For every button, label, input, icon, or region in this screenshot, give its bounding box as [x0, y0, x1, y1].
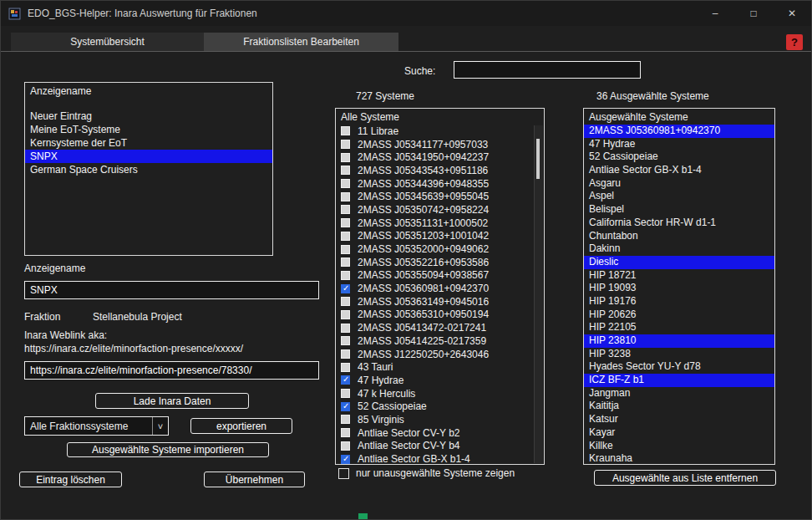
- systems-scrollbar-thumb[interactable]: [536, 139, 540, 179]
- selected-system-item[interactable]: Dakinn: [584, 242, 774, 256]
- selected-system-item[interactable]: Katsur: [584, 413, 774, 426]
- system-list-item[interactable]: 47 k Herculis: [336, 387, 544, 400]
- delete-entry-button[interactable]: Eintrag löschen: [19, 472, 122, 487]
- filter-unselected-row[interactable]: nur unausgewählte Systeme zeigen: [338, 467, 515, 479]
- system-list-item[interactable]: 2MASS J05352216+0953586: [336, 256, 544, 269]
- system-list-item[interactable]: 2MASS J05360981+0942370: [336, 282, 544, 295]
- selected-system-item[interactable]: HIP 20626: [584, 308, 774, 322]
- system-checkbox[interactable]: [341, 455, 350, 464]
- system-list-item[interactable]: 2MASS J05344396+0948355: [336, 177, 544, 191]
- faction-list-item[interactable]: Neuer Eintrag: [25, 110, 272, 123]
- system-list-item[interactable]: 2MASS J05351203+1001042: [336, 230, 544, 243]
- selected-system-item[interactable]: Dieslic: [584, 256, 774, 269]
- selected-system-item[interactable]: Chuntabon: [584, 230, 774, 243]
- selected-system-item[interactable]: Killke: [584, 440, 774, 453]
- remove-selected-button[interactable]: Ausgewählte aus Liste entfernen: [594, 470, 776, 486]
- tab-fraktionslisten-bearbeiten[interactable]: Fraktionslisten Bearbeiten: [204, 33, 398, 51]
- faction-list-item[interactable]: Meine EoT-Systeme: [25, 123, 272, 136]
- selected-system-item[interactable]: Kaititja: [584, 400, 774, 413]
- system-checkbox[interactable]: [341, 336, 350, 345]
- system-checkbox[interactable]: [341, 126, 350, 135]
- import-selected-systems-button[interactable]: Ausgewählte Systeme importieren: [67, 442, 269, 457]
- apply-button[interactable]: Übernehmen: [204, 472, 305, 487]
- maximize-button[interactable]: □: [734, 1, 773, 26]
- selected-system-item[interactable]: Kayar: [584, 426, 774, 440]
- system-checkbox[interactable]: [341, 428, 350, 437]
- faction-list-item[interactable]: German Space Cruisers: [25, 163, 272, 176]
- export-scope-select[interactable]: Alle Fraktionssysteme ˅: [24, 416, 169, 436]
- selected-system-item[interactable]: Kraunaha: [584, 452, 774, 465]
- system-list-item[interactable]: 85 Virginis: [336, 413, 544, 426]
- tab-systemuebersicht[interactable]: Systemübersicht: [11, 33, 204, 51]
- faction-listbox[interactable]: Anzeigename Neuer Eintrag Meine EoT-Syst…: [24, 82, 273, 256]
- load-inara-button[interactable]: Lade Inara Daten: [95, 393, 249, 409]
- system-checkbox[interactable]: [341, 363, 350, 372]
- system-checkbox[interactable]: [341, 349, 350, 359]
- system-checkbox[interactable]: [341, 192, 350, 201]
- all-systems-listbox[interactable]: Alle Systeme 11 Librae 2MASS J05341177+0…: [335, 108, 545, 465]
- system-checkbox[interactable]: [341, 297, 350, 306]
- selected-system-item[interactable]: California Sector HR-W d1-1: [584, 217, 774, 230]
- anzeigename-input[interactable]: [24, 281, 319, 299]
- system-checkbox[interactable]: [341, 284, 350, 293]
- close-button[interactable]: ✕: [773, 1, 811, 26]
- system-checkbox[interactable]: [341, 245, 350, 254]
- selected-system-item[interactable]: Aspel: [584, 190, 774, 203]
- system-list-item[interactable]: 11 Librae: [336, 125, 544, 138]
- minimize-button[interactable]: –: [696, 1, 734, 26]
- faction-list-item[interactable]: SNPX: [25, 150, 272, 163]
- system-list-item[interactable]: 2MASS J05350742+0958224: [336, 203, 544, 217]
- system-list-item[interactable]: 2MASS J05341177+0957033: [336, 138, 544, 151]
- system-list-item[interactable]: 2MASS J05413472-0217241: [336, 321, 544, 334]
- system-checkbox[interactable]: [341, 310, 350, 319]
- system-checkbox[interactable]: [341, 140, 350, 149]
- system-list-item[interactable]: 47 Hydrae: [336, 374, 544, 387]
- selected-system-item[interactable]: HIP 19093: [584, 282, 774, 295]
- selected-system-item[interactable]: Asgaru: [584, 177, 774, 191]
- weblink-input[interactable]: [24, 361, 319, 380]
- system-list-item[interactable]: 2MASS J05351131+1000502: [336, 217, 544, 230]
- system-checkbox[interactable]: [341, 205, 350, 214]
- system-list-item[interactable]: 2MASS J05363149+0945016: [336, 295, 544, 308]
- selected-system-item[interactable]: HIP 19176: [584, 295, 774, 308]
- selected-system-item[interactable]: HIP 22105: [584, 321, 774, 334]
- system-checkbox[interactable]: [341, 415, 350, 424]
- selected-system-item[interactable]: HIP 18721: [584, 269, 774, 283]
- export-button[interactable]: exportieren: [190, 418, 292, 434]
- system-list-item[interactable]: 2MASS J12250250+2643046: [336, 348, 544, 361]
- systems-scrollbar[interactable]: [534, 125, 543, 463]
- selected-system-item[interactable]: 47 Hydrae: [584, 138, 774, 151]
- selected-system-item[interactable]: 52 Cassiopeiae: [584, 150, 774, 164]
- filter-unselected-checkbox[interactable]: [338, 468, 349, 479]
- selected-system-item[interactable]: ICZ BF-Z b1: [584, 374, 774, 387]
- system-checkbox[interactable]: [341, 441, 350, 451]
- system-list-item[interactable]: 2MASS J05341950+0942237: [336, 150, 544, 164]
- system-checkbox[interactable]: [341, 271, 350, 280]
- faction-list-item[interactable]: Kernsysteme der EoT: [25, 136, 272, 150]
- selected-system-item[interactable]: 2MASS J05360981+0942370: [584, 125, 774, 138]
- system-list-item[interactable]: 2MASS J05352000+0949062: [336, 242, 544, 256]
- system-list-item[interactable]: Antliae Sector CV-Y b2: [336, 426, 544, 440]
- system-checkbox[interactable]: [341, 166, 350, 175]
- system-checkbox[interactable]: [341, 389, 350, 398]
- system-checkbox[interactable]: [341, 257, 350, 267]
- system-checkbox[interactable]: [341, 375, 350, 385]
- system-list-item[interactable]: Antliae Sector GB-X b1-4: [336, 452, 544, 465]
- system-list-item[interactable]: 2MASS J05414225-0217359: [336, 334, 544, 348]
- system-list-item[interactable]: 43 Tauri: [336, 360, 544, 374]
- system-list-item[interactable]: Antliae Sector CV-Y b4: [336, 440, 544, 453]
- system-checkbox[interactable]: [341, 179, 350, 188]
- system-list-item[interactable]: 2MASS J05343543+0951186: [336, 164, 544, 177]
- search-input[interactable]: [454, 61, 641, 79]
- system-list-item[interactable]: 2MASS J05365310+0950194: [336, 308, 544, 322]
- selected-system-item[interactable]: Belispel: [584, 203, 774, 217]
- selected-system-item[interactable]: Jangman: [584, 387, 774, 400]
- system-checkbox[interactable]: [341, 402, 350, 411]
- system-list-item[interactable]: 2MASS J05355094+0938567: [336, 269, 544, 283]
- help-button[interactable]: ?: [786, 34, 803, 50]
- system-checkbox[interactable]: [341, 218, 350, 227]
- system-checkbox[interactable]: [341, 232, 350, 241]
- system-list-item[interactable]: 2MASS J05345639+0955045: [336, 190, 544, 203]
- selected-system-item[interactable]: HIP 3238: [584, 348, 774, 361]
- selected-systems-listbox[interactable]: Ausgewählte Systeme 2MASS J05360981+0942…: [583, 108, 775, 465]
